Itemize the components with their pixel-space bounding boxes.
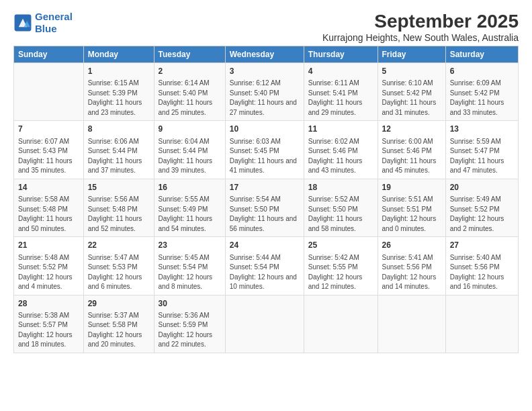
calendar-cell — [225, 295, 304, 353]
calendar-cell: 3Sunrise: 6:12 AMSunset: 5:40 PMDaylight… — [225, 63, 304, 121]
day-number: 30 — [159, 298, 221, 310]
calendar-cell — [304, 295, 378, 353]
page-header: General Blue September 2025 Kurrajong He… — [13, 11, 519, 43]
week-row-4: 21Sunrise: 5:48 AMSunset: 5:52 PMDayligh… — [14, 237, 519, 295]
day-info: Sunrise: 5:55 AMSunset: 5:49 PMDaylight:… — [159, 195, 221, 234]
day-info: Sunrise: 5:56 AMSunset: 5:48 PMDaylight:… — [88, 195, 150, 234]
day-number: 27 — [450, 240, 514, 251]
day-number: 24 — [230, 240, 300, 251]
logo-line2: Blue — [35, 23, 57, 34]
day-header-tuesday: Tuesday — [154, 46, 225, 63]
day-info: Sunrise: 6:07 AMSunset: 5:43 PMDaylight:… — [18, 137, 79, 176]
day-info: Sunrise: 6:14 AMSunset: 5:40 PMDaylight:… — [159, 79, 221, 118]
day-info: Sunrise: 5:36 AMSunset: 5:59 PMDaylight:… — [159, 311, 221, 350]
logo-text: General Blue — [35, 11, 73, 35]
week-row-3: 14Sunrise: 5:58 AMSunset: 5:48 PMDayligh… — [14, 179, 519, 236]
day-info: Sunrise: 5:52 AMSunset: 5:50 PMDaylight:… — [308, 195, 373, 234]
calendar-cell: 13Sunrise: 5:59 AMSunset: 5:47 PMDayligh… — [445, 121, 518, 179]
day-number: 6 — [450, 66, 514, 77]
calendar-cell: 9Sunrise: 6:04 AMSunset: 5:44 PMDaylight… — [154, 121, 225, 179]
calendar-cell: 14Sunrise: 5:58 AMSunset: 5:48 PMDayligh… — [14, 179, 84, 236]
day-number: 2 — [159, 66, 221, 77]
day-info: Sunrise: 6:09 AMSunset: 5:42 PMDaylight:… — [450, 79, 514, 118]
day-info: Sunrise: 5:48 AMSunset: 5:52 PMDaylight:… — [18, 253, 79, 292]
day-number: 22 — [88, 240, 150, 251]
day-info: Sunrise: 5:59 AMSunset: 5:47 PMDaylight:… — [450, 137, 514, 176]
calendar-cell: 24Sunrise: 5:44 AMSunset: 5:54 PMDayligh… — [225, 237, 304, 295]
calendar-cell — [378, 295, 445, 353]
calendar-cell: 2Sunrise: 6:14 AMSunset: 5:40 PMDaylight… — [154, 63, 225, 121]
calendar-cell: 23Sunrise: 5:45 AMSunset: 5:54 PMDayligh… — [154, 237, 225, 295]
day-info: Sunrise: 6:06 AMSunset: 5:44 PMDaylight:… — [88, 137, 150, 176]
day-info: Sunrise: 5:49 AMSunset: 5:52 PMDaylight:… — [450, 195, 514, 234]
day-info: Sunrise: 5:42 AMSunset: 5:55 PMDaylight:… — [308, 253, 373, 292]
day-number: 11 — [308, 124, 373, 135]
day-info: Sunrise: 6:02 AMSunset: 5:46 PMDaylight:… — [308, 137, 373, 176]
day-info: Sunrise: 6:03 AMSunset: 5:45 PMDaylight:… — [230, 137, 300, 176]
logo-line1: General — [35, 11, 73, 22]
calendar-cell: 12Sunrise: 6:00 AMSunset: 5:46 PMDayligh… — [378, 121, 445, 179]
day-number: 15 — [88, 182, 150, 193]
day-header-sunday: Sunday — [14, 46, 84, 63]
calendar-cell: 7Sunrise: 6:07 AMSunset: 5:43 PMDaylight… — [14, 121, 84, 179]
calendar-cell: 21Sunrise: 5:48 AMSunset: 5:52 PMDayligh… — [14, 237, 84, 295]
day-number: 13 — [450, 124, 514, 135]
day-number: 3 — [230, 66, 300, 77]
calendar-cell: 30Sunrise: 5:36 AMSunset: 5:59 PMDayligh… — [154, 295, 225, 353]
title-block: September 2025 Kurrajong Heights, New So… — [322, 11, 519, 43]
day-info: Sunrise: 5:41 AMSunset: 5:56 PMDaylight:… — [382, 253, 441, 292]
week-row-5: 28Sunrise: 5:38 AMSunset: 5:57 PMDayligh… — [14, 295, 519, 353]
calendar-header-row: SundayMondayTuesdayWednesdayThursdayFrid… — [14, 46, 519, 63]
day-header-thursday: Thursday — [304, 46, 378, 63]
day-info: Sunrise: 5:44 AMSunset: 5:54 PMDaylight:… — [230, 253, 300, 292]
day-info: Sunrise: 5:47 AMSunset: 5:53 PMDaylight:… — [88, 253, 150, 292]
day-info: Sunrise: 5:45 AMSunset: 5:54 PMDaylight:… — [159, 253, 221, 292]
day-number: 14 — [18, 182, 79, 193]
day-number: 16 — [159, 182, 221, 193]
day-info: Sunrise: 6:15 AMSunset: 5:39 PMDaylight:… — [88, 79, 150, 118]
calendar-cell: 25Sunrise: 5:42 AMSunset: 5:55 PMDayligh… — [304, 237, 378, 295]
calendar-cell: 18Sunrise: 5:52 AMSunset: 5:50 PMDayligh… — [304, 179, 378, 236]
calendar-cell: 27Sunrise: 5:40 AMSunset: 5:56 PMDayligh… — [445, 237, 518, 295]
day-info: Sunrise: 6:10 AMSunset: 5:42 PMDaylight:… — [382, 79, 441, 118]
day-number: 12 — [382, 124, 441, 135]
day-info: Sunrise: 6:11 AMSunset: 5:41 PMDaylight:… — [308, 79, 373, 118]
logo: General Blue — [13, 11, 73, 35]
day-number: 26 — [382, 240, 441, 251]
calendar-cell: 8Sunrise: 6:06 AMSunset: 5:44 PMDaylight… — [83, 121, 154, 179]
calendar-cell: 4Sunrise: 6:11 AMSunset: 5:41 PMDaylight… — [304, 63, 378, 121]
calendar-cell: 6Sunrise: 6:09 AMSunset: 5:42 PMDaylight… — [445, 63, 518, 121]
day-info: Sunrise: 6:12 AMSunset: 5:40 PMDaylight:… — [230, 79, 300, 118]
day-number: 23 — [159, 240, 221, 251]
day-info: Sunrise: 5:37 AMSunset: 5:58 PMDaylight:… — [88, 311, 150, 350]
week-row-2: 7Sunrise: 6:07 AMSunset: 5:43 PMDaylight… — [14, 121, 519, 179]
calendar-table: SundayMondayTuesdayWednesdayThursdayFrid… — [13, 46, 519, 353]
day-info: Sunrise: 5:51 AMSunset: 5:51 PMDaylight:… — [382, 195, 441, 234]
day-header-monday: Monday — [83, 46, 154, 63]
day-info: Sunrise: 5:38 AMSunset: 5:57 PMDaylight:… — [18, 311, 79, 350]
calendar-cell: 11Sunrise: 6:02 AMSunset: 5:46 PMDayligh… — [304, 121, 378, 179]
day-number: 19 — [382, 182, 441, 193]
calendar-cell: 28Sunrise: 5:38 AMSunset: 5:57 PMDayligh… — [14, 295, 84, 353]
calendar-cell: 29Sunrise: 5:37 AMSunset: 5:58 PMDayligh… — [83, 295, 154, 353]
calendar-cell: 15Sunrise: 5:56 AMSunset: 5:48 PMDayligh… — [83, 179, 154, 236]
logo-icon — [13, 13, 32, 32]
day-number: 10 — [230, 124, 300, 135]
day-number: 1 — [88, 66, 150, 77]
calendar-cell: 20Sunrise: 5:49 AMSunset: 5:52 PMDayligh… — [445, 179, 518, 236]
day-number: 29 — [88, 298, 150, 310]
day-number: 9 — [159, 124, 221, 135]
day-header-wednesday: Wednesday — [225, 46, 304, 63]
day-number: 7 — [18, 124, 79, 135]
day-number: 5 — [382, 66, 441, 77]
day-number: 17 — [230, 182, 300, 193]
day-info: Sunrise: 6:00 AMSunset: 5:46 PMDaylight:… — [382, 137, 441, 176]
week-row-1: 1Sunrise: 6:15 AMSunset: 5:39 PMDaylight… — [14, 63, 519, 121]
day-info: Sunrise: 5:54 AMSunset: 5:50 PMDaylight:… — [230, 195, 300, 234]
calendar-cell: 17Sunrise: 5:54 AMSunset: 5:50 PMDayligh… — [225, 179, 304, 236]
calendar-cell: 19Sunrise: 5:51 AMSunset: 5:51 PMDayligh… — [378, 179, 445, 236]
calendar-cell: 26Sunrise: 5:41 AMSunset: 5:56 PMDayligh… — [378, 237, 445, 295]
day-number: 4 — [308, 66, 373, 77]
day-number: 20 — [450, 182, 514, 193]
day-header-friday: Friday — [378, 46, 445, 63]
